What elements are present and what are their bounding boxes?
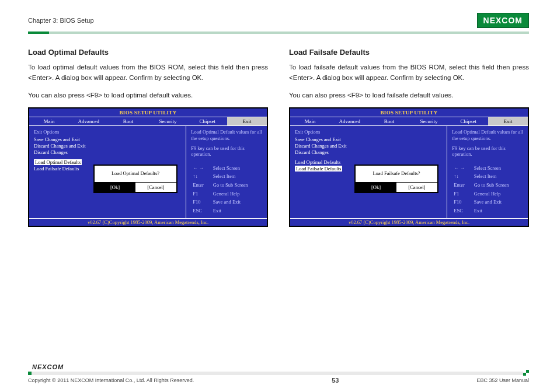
bios-option: Discard Changes and Exit	[34, 143, 181, 149]
bios-hint: F9 key can be used for this operation.	[191, 145, 262, 158]
bios-tabs: Main Advanced Boot Security Chipset Exit	[29, 117, 267, 126]
bios-key-legend: ← →Select Screen ↑↓Select Item EnterGo t…	[191, 163, 262, 216]
header-rule	[28, 32, 529, 34]
bios-dialog: Load Failsafe Defaults? [Ok] [Cancel]	[354, 164, 438, 193]
bios-option: Discard Changes	[295, 149, 442, 155]
footer-logo: NEXCOM	[28, 362, 529, 372]
bios-screenshot-failsafe: BIOS SETUP UTILITY Main Advanced Boot Se…	[289, 107, 529, 227]
paragraph: To load optimal default values from the …	[28, 62, 268, 83]
bios-tab-active: Exit	[227, 117, 267, 125]
paragraph: To load failsafe default values from the…	[289, 62, 529, 83]
copyright-text: Copyright © 2011 NEXCOM International Co…	[28, 377, 194, 383]
bios-tab: Boot	[370, 117, 409, 125]
paragraph: You can also press <F9> to load failsafe…	[289, 90, 529, 101]
bios-hint: Load Optimal Default values for all the …	[191, 129, 262, 141]
bios-option: Save Changes and Exit	[34, 136, 181, 142]
bios-option: Discard Changes	[34, 149, 181, 155]
bios-title: BIOS SETUP UTILITY	[29, 108, 267, 117]
bios-tab: Chipset	[448, 117, 488, 125]
dialog-cancel-button[interactable]: [Cancel]	[396, 183, 437, 192]
bios-tab: Chipset	[187, 117, 227, 125]
bios-option-selected: Load Optimal Defaults	[34, 159, 82, 165]
section-heading-failsafe: Load Failsafe Defaults	[289, 48, 529, 57]
chapter-label: Chapter 3: BIOS Setup	[28, 17, 94, 24]
brand-logo: NEXCOM	[477, 13, 529, 28]
bios-option: Discard Changes and Exit	[295, 143, 442, 149]
bios-section-heading: Exit Options	[295, 129, 442, 135]
dialog-ok-button[interactable]: [Ok]	[356, 183, 396, 192]
bios-option: Save Changes and Exit	[295, 136, 442, 142]
page-number: 53	[332, 377, 339, 384]
bios-screenshot-optimal: BIOS SETUP UTILITY Main Advanced Boot Se…	[28, 107, 268, 227]
dialog-ok-button[interactable]: [Ok]	[95, 183, 135, 192]
bios-title: BIOS SETUP UTILITY	[290, 108, 528, 117]
paragraph: You can also press <F9> to load optimal …	[28, 90, 268, 101]
section-heading-optimal: Load Optimal Defaults	[28, 48, 268, 57]
bios-footer: v02.67 (C)Copyright 1985-2009, American …	[29, 218, 267, 226]
bios-tab: Security	[148, 117, 187, 125]
doc-title: EBC 352 User Manual	[476, 377, 529, 383]
bios-tab: Advanced	[69, 117, 109, 125]
bios-key-legend: ← →Select Screen ↑↓Select Item EnterGo t…	[452, 163, 523, 216]
bios-hint: F9 key can be used for this operation.	[452, 145, 523, 158]
dialog-question: Load Failsafe Defaults?	[356, 166, 437, 182]
bios-tabs: Main Advanced Boot Security Chipset Exit	[290, 117, 528, 126]
bios-tab-active: Exit	[488, 117, 528, 125]
bios-dialog: Load Optimal Defaults? [Ok] [Cancel]	[93, 164, 177, 193]
bios-footer: v02.67 (C)Copyright 1985-2009, American …	[290, 218, 528, 226]
bios-hint: Load Optimal Default values for all the …	[452, 129, 523, 141]
page-footer: NEXCOM Copyright © 2011 NEXCOM Internati…	[28, 362, 529, 384]
dialog-question: Load Optimal Defaults?	[95, 166, 176, 182]
dialog-cancel-button[interactable]: [Cancel]	[135, 183, 176, 192]
bios-option-selected: Load Failsafe Defaults	[295, 166, 342, 172]
bios-tab: Boot	[109, 117, 148, 125]
bios-tab: Main	[290, 117, 330, 125]
bios-tab: Main	[29, 117, 69, 125]
bios-tab: Advanced	[330, 117, 370, 125]
bios-section-heading: Exit Options	[34, 129, 181, 135]
bios-tab: Security	[409, 117, 448, 125]
